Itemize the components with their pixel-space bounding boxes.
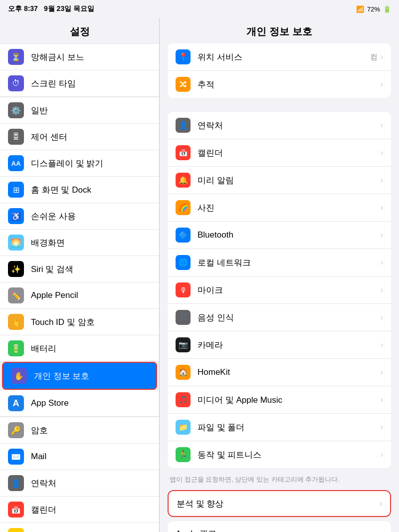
panel-local-network-label: 로컬 네트워크 xyxy=(198,257,381,268)
panel-row-motion[interactable]: 🏃 동작 및 피트니스 › xyxy=(168,441,391,468)
panel-row-microphone[interactable]: 🎙 마이크 › xyxy=(168,276,391,304)
sidebar-item-display[interactable]: AA 디스플레이 및 밝기 xyxy=(0,150,159,177)
contacts-label: 연락처 xyxy=(31,478,56,489)
sidebar-item-general[interactable]: ⚙️ 일반 xyxy=(0,97,159,124)
general-label: 일반 xyxy=(31,105,48,116)
sidebar-item-battery[interactable]: 🔋 배터리 xyxy=(0,335,159,362)
sidebar-item-screentime2[interactable]: ⏱ 스크린 타임 xyxy=(0,70,159,97)
app-store-icon: A xyxy=(8,395,24,411)
sidebar-item-passwords[interactable]: 🔑 암호 xyxy=(0,417,159,444)
battery-icon: 🔋 xyxy=(383,5,391,13)
sidebar-item-control-center[interactable]: 🎛 제어 센터 xyxy=(0,124,159,150)
sidebar-item-siri[interactable]: ✨ Siri 및 검색 xyxy=(0,256,159,282)
general-icon: ⚙️ xyxy=(8,102,24,118)
panel-row-camera[interactable]: 📷 카메라 › xyxy=(168,331,391,359)
sidebar-group-2: A App Store xyxy=(0,390,159,417)
sidebar-title: 설정 xyxy=(0,18,159,43)
footnote: 앱이 접근을 요청하면, 상단에 있는 카테고리에 추가됩니다. xyxy=(160,472,399,490)
panel-homekit-icon: 🏠 xyxy=(176,365,191,380)
panel-calendar-icon: 📅 xyxy=(176,145,191,160)
apple-pencil-label: Apple Pencil xyxy=(31,290,78,300)
privacy-icon: ✋ xyxy=(11,368,27,384)
panel-media-icon: 🎵 xyxy=(176,392,191,407)
panel-media-chevron: › xyxy=(381,395,383,404)
sidebar-item-contacts[interactable]: 👤 연락처 xyxy=(0,470,159,497)
panel-row-files[interactable]: 📁 파일 및 폴더 › xyxy=(168,414,391,441)
display-label: 디스플레이 및 밝기 xyxy=(31,158,103,169)
wifi-icon: 📶 xyxy=(356,5,364,13)
calendar-icon: 📅 xyxy=(8,502,24,518)
panel-microphone-icon: 🎙 xyxy=(176,282,191,297)
panel-speech-icon: 🎵 xyxy=(176,310,191,325)
panel-row-photos[interactable]: 🌈 사진 › xyxy=(168,194,391,222)
location-icon: 📍 xyxy=(176,49,191,64)
panel-calendar-chevron: › xyxy=(381,148,383,157)
passwords-icon: 🔑 xyxy=(8,422,24,438)
panel-row-analytics[interactable]: 분석 및 향상 › xyxy=(169,491,390,516)
panel-card-top: 📍 위치 서비스 컴 › 🔀 추적 › xyxy=(168,43,391,98)
sidebar-item-home-screen[interactable]: ⊞ 홈 화면 및 Dock xyxy=(0,177,159,203)
status-bar-left: 오후 8:37 9월 23일 목요일 xyxy=(8,4,94,13)
passwords-label: 암호 xyxy=(31,425,48,436)
panel-gap-1 xyxy=(160,102,399,112)
location-label: 위치 서비스 xyxy=(198,51,370,63)
panel-row-bluetooth[interactable]: 🔷 Bluetooth › xyxy=(168,222,391,249)
panel-camera-chevron: › xyxy=(381,340,383,349)
panel-local-network-chevron: › xyxy=(381,258,383,267)
location-detail: 컴 xyxy=(370,52,378,62)
panel-bluetooth-chevron: › xyxy=(381,231,383,240)
panel-contacts-chevron: › xyxy=(381,121,383,130)
wallpaper-label: 배경화면 xyxy=(31,237,65,249)
notes-icon: 📝 xyxy=(8,528,24,532)
panel-speech-label: 음성 인식 xyxy=(198,312,381,323)
screentime2-icon: ⏱ xyxy=(8,75,24,91)
battery-level: 72% xyxy=(367,5,380,13)
wallpaper-icon: 🌅 xyxy=(8,235,24,251)
panel-row-media[interactable]: 🎵 미디어 및 Apple Music › xyxy=(168,386,391,414)
sidebar-item-wallpaper[interactable]: 🌅 배경화면 xyxy=(0,230,159,256)
sidebar-item-touch-id[interactable]: 👆 Touch ID 및 암호 xyxy=(0,309,159,335)
accessibility-label: 손쉬운 사용 xyxy=(31,211,76,222)
panel-row-reminders[interactable]: 🔔 미리 알림 › xyxy=(168,167,391,194)
panel-local-network-icon: 🌐 xyxy=(176,255,191,270)
contacts-icon: 👤 xyxy=(8,475,24,491)
panel-card-middle: 👤 연락처 › 📅 캘린더 › 🔔 미리 알림 › 🌈 사진 › 🔷 xyxy=(168,112,391,468)
control-center-label: 제어 센터 xyxy=(31,131,67,143)
panel-files-icon: 📁 xyxy=(176,420,191,435)
sidebar-group-3: 🔑 암호 ✉️ Mail 👤 연락처 📅 캘린더 📝 메모 🔴 미리 알림 xyxy=(0,417,159,532)
date: 9월 23일 목요일 xyxy=(44,4,94,13)
panel-row-speech[interactable]: 🎵 음성 인식 › xyxy=(168,304,391,331)
sidebar-item-mail[interactable]: ✉️ Mail xyxy=(0,444,159,470)
sidebar-item-notes[interactable]: 📝 메모 xyxy=(0,523,159,532)
panel-media-label: 미디어 및 Apple Music xyxy=(198,394,381,406)
panel-row-calendar[interactable]: 📅 캘린더 › xyxy=(168,139,391,167)
sidebar-group-1: ⚙️ 일반 🎛 제어 센터 AA 디스플레이 및 밝기 ⊞ 홈 화면 및 Doc… xyxy=(0,97,159,390)
panel-speech-chevron: › xyxy=(381,313,383,322)
siri-label: Siri 및 검색 xyxy=(31,264,73,275)
sidebar-group-0: ⏳ 망해금시 보느 ⏱ 스크린 타임 xyxy=(0,43,159,97)
app-store-label: App Store xyxy=(31,398,69,408)
panel-row-location[interactable]: 📍 위치 서비스 컴 › xyxy=(168,43,391,71)
panel-row-local-network[interactable]: 🌐 로컬 네트워크 › xyxy=(168,249,391,276)
sidebar-item-calendar[interactable]: 📅 캘린더 xyxy=(0,497,159,523)
sidebar-item-app-store[interactable]: A App Store xyxy=(0,390,159,417)
panel-photos-chevron: › xyxy=(381,203,383,212)
privacy-label: 개인 정보 보호 xyxy=(34,370,89,382)
apple-ads-chevron: › xyxy=(381,529,383,532)
sidebar-item-privacy[interactable]: ✋ 개인 정보 보호 xyxy=(2,362,157,390)
sidebar-item-screentime1[interactable]: ⏳ 망해금시 보느 xyxy=(0,43,159,70)
panel-row-apple-ads[interactable]: Apple 광고 › xyxy=(168,521,391,532)
apple-ads-label: Apple 광고 xyxy=(176,528,381,532)
home-screen-icon: ⊞ xyxy=(8,182,24,198)
panel-row-homekit[interactable]: 🏠 HomeKit › xyxy=(168,359,391,386)
sidebar-item-apple-pencil[interactable]: ✏️ Apple Pencil xyxy=(0,282,159,309)
main-layout: 설정 ⏳ 망해금시 보느 ⏱ 스크린 타임 ⚙️ 일반 🎛 제어 센터 xyxy=(0,18,399,532)
tracking-icon: 🔀 xyxy=(176,77,191,92)
panel-row-contacts[interactable]: 👤 연락처 › xyxy=(168,112,391,139)
panel-reminders-icon: 🔔 xyxy=(176,173,191,188)
screentime2-label: 스크린 타임 xyxy=(31,78,76,89)
panel-microphone-label: 마이크 xyxy=(198,284,381,296)
panel-camera-icon: 📷 xyxy=(176,337,191,352)
sidebar-item-accessibility[interactable]: ♿ 손쉬운 사용 xyxy=(0,203,159,230)
panel-row-tracking[interactable]: 🔀 추적 › xyxy=(168,71,391,98)
